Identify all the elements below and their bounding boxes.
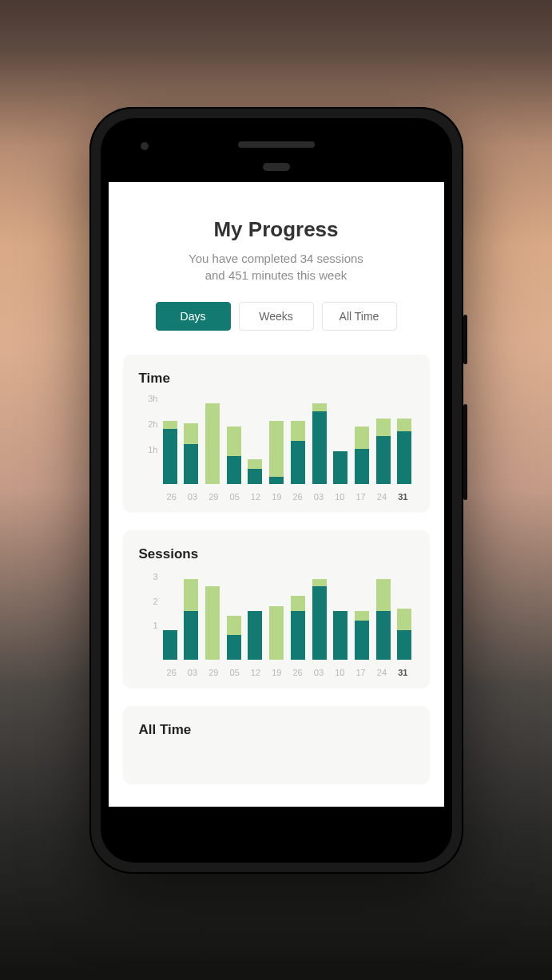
bar: [248, 401, 262, 484]
xtick: 10: [329, 492, 350, 502]
xtick: 12: [245, 668, 266, 677]
bar: [184, 401, 198, 484]
ytick: 1h: [148, 445, 157, 454]
bar-segment-light: [269, 606, 284, 660]
bar: [163, 577, 177, 660]
sessions-card-title: Sessions: [139, 546, 414, 562]
xtick: 03: [308, 668, 329, 677]
bar: [333, 577, 347, 660]
camera-dot-icon: [141, 142, 149, 150]
bar-segment-dark: [397, 431, 411, 484]
time-xaxis: 260329051219260310172431: [139, 492, 414, 502]
bar-segment-dark: [376, 611, 391, 660]
subtitle-line-2: and 451 minutes this week: [205, 268, 347, 282]
tab-days[interactable]: Days: [156, 302, 231, 331]
bar-segment-dark: [184, 444, 198, 484]
bar-segment-dark: [333, 611, 347, 660]
bar-segment-dark: [163, 630, 177, 660]
bar: [376, 577, 391, 660]
bar: [269, 401, 284, 484]
xtick: 17: [350, 492, 371, 502]
sessions-chart: 123: [139, 577, 414, 660]
bar-segment-light: [248, 459, 262, 470]
xtick: 26: [287, 492, 308, 502]
page-title: My Progress: [123, 217, 430, 242]
xtick: 03: [308, 492, 329, 502]
ytick: 3: [153, 572, 157, 581]
bar-segment-dark: [333, 451, 347, 484]
bar-segment-light: [184, 423, 198, 443]
time-card-title: Time: [139, 371, 414, 387]
bar-segment-dark: [269, 477, 284, 484]
subtitle-line-1: You have completed 34 sessions: [189, 252, 363, 265]
xtick: 24: [371, 668, 392, 677]
sessions-card: Sessions 123 260329051219260310172431: [123, 530, 430, 688]
bar: [205, 401, 220, 484]
bar: [333, 401, 347, 484]
phone-inner: My Progress You have completed 34 sessio…: [101, 118, 452, 863]
xtick: 03: [182, 492, 203, 502]
sessions-yaxis: 123: [139, 577, 161, 660]
bar-segment-light: [291, 421, 305, 441]
bar: [227, 401, 241, 484]
bar: [312, 401, 327, 484]
xtick: 26: [161, 492, 182, 502]
xtick: 05: [224, 668, 244, 677]
bar-segment-light: [376, 419, 391, 436]
bar: [355, 577, 369, 660]
bar-segment-light: [205, 586, 220, 660]
xtick: 31: [392, 668, 413, 677]
xtick: 31: [392, 492, 413, 502]
ytick: 2h: [148, 419, 157, 429]
time-plot: [161, 401, 414, 484]
tab-alltime[interactable]: All Time: [322, 302, 397, 331]
phone-frame: My Progress You have completed 34 sessio…: [89, 107, 463, 874]
bar-segment-light: [227, 427, 241, 457]
bar: [397, 401, 411, 484]
bar-segment-light: [291, 596, 305, 610]
bar-segment-dark: [291, 441, 305, 484]
progress-page: My Progress You have completed 34 sessio…: [109, 182, 444, 807]
xtick: 26: [161, 668, 182, 677]
bar-segment-dark: [227, 456, 241, 484]
bar: [205, 577, 220, 660]
bar-segment-dark: [248, 611, 262, 660]
ytick: 1: [153, 621, 157, 630]
xtick: 29: [203, 492, 224, 502]
tab-weeks[interactable]: Weeks: [239, 302, 314, 331]
bar-segment-light: [269, 421, 284, 476]
bar-segment-light: [184, 579, 198, 611]
screen: My Progress You have completed 34 sessio…: [109, 182, 444, 807]
bar-segment-dark: [312, 411, 327, 484]
alltime-card: All Time: [123, 706, 430, 784]
bar-segment-dark: [227, 635, 241, 660]
xtick: 19: [266, 492, 287, 502]
bar-segment-light: [355, 427, 369, 449]
bar: [184, 577, 198, 660]
bar-segment-light: [312, 403, 327, 411]
bar-segment-dark: [312, 586, 327, 660]
bar: [269, 577, 284, 660]
bar-segment-dark: [291, 611, 305, 660]
sessions-xaxis: 260329051219260310172431: [139, 668, 414, 677]
bar: [376, 401, 391, 484]
bar-segment-light: [205, 403, 220, 484]
bar: [291, 577, 305, 660]
bar: [248, 577, 262, 660]
alltime-card-title: All Time: [139, 722, 414, 738]
bar-segment-light: [397, 419, 411, 431]
bar: [312, 577, 327, 660]
bar-segment-light: [163, 421, 177, 428]
xtick: 19: [266, 668, 287, 677]
bar: [227, 577, 241, 660]
ytick: 2: [153, 597, 157, 606]
bar-segment-dark: [248, 469, 262, 484]
bar-segment-dark: [355, 449, 369, 484]
speaker-icon: [238, 141, 315, 148]
sessions-plot: [161, 577, 414, 660]
bar-segment-light: [376, 579, 391, 611]
bar-segment-light: [355, 611, 369, 621]
xtick: 17: [350, 668, 371, 677]
xtick: 29: [203, 668, 224, 677]
bar: [397, 577, 411, 660]
